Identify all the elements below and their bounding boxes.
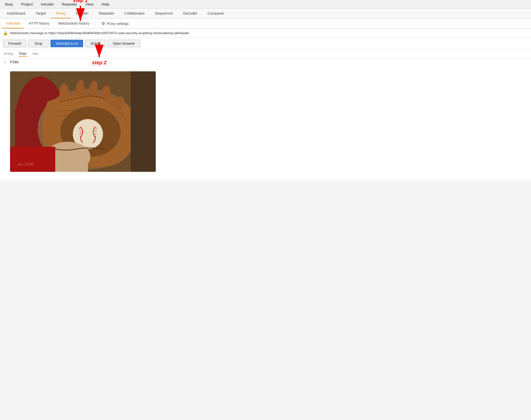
proxy-settings-label: Proxy settings: [107, 22, 129, 26]
sub-tabs: Intercept HTTP history WebSockets histor…: [0, 19, 531, 29]
tab-sequencer[interactable]: Sequencer: [150, 9, 178, 18]
svg-line-11: [79, 131, 81, 131]
lock-icon: 🔒: [3, 31, 8, 35]
svg-rect-20: [131, 71, 156, 172]
svg-text:ALL STAR: ALL STAR: [17, 162, 34, 166]
format-tab-hex[interactable]: Hex: [31, 51, 40, 56]
image-area: ALL STAR: [0, 66, 531, 177]
action-button[interactable]: Action: [85, 40, 105, 47]
menu-bar: Burp Project Intruder Repeater View Help: [0, 0, 531, 9]
menu-repeater[interactable]: Repeater: [61, 2, 78, 7]
tab-proxy[interactable]: Proxy: [51, 9, 71, 18]
menu-burp[interactable]: Burp: [4, 2, 14, 7]
line-content-1: PING: [9, 60, 19, 64]
subtab-proxy-settings[interactable]: ⚙ Proxy settings: [97, 19, 133, 28]
svg-rect-21: [10, 147, 55, 172]
svg-rect-19: [50, 147, 88, 172]
subtab-intercept[interactable]: Intercept: [2, 19, 24, 28]
tab-intruder[interactable]: Intruder: [71, 9, 94, 18]
baseball-glove-svg: ALL STAR: [10, 71, 156, 172]
open-browser-button[interactable]: Open browser: [108, 40, 140, 47]
line-number-1: 1: [0, 60, 9, 64]
format-tab-pretty[interactable]: Pretty: [3, 51, 14, 56]
drop-button[interactable]: Drop: [28, 40, 48, 47]
format-tabs: Pretty Raw Hex: [0, 49, 531, 58]
baseball-image: ALL STAR: [10, 71, 156, 172]
ws-message-text: WebSockets message to https://0aa4009b04…: [10, 31, 189, 35]
svg-line-12: [79, 134, 81, 134]
tab-dashboard[interactable]: Dashboard: [2, 9, 30, 18]
tab-collaborator[interactable]: Collaborator: [119, 9, 150, 18]
content-area: 🔒 WebSockets message to https://0aa4009b…: [0, 29, 531, 179]
tab-decoder[interactable]: Decoder: [178, 9, 202, 18]
main-tabs: Dashboard Target Proxy Intruder Repeater…: [0, 9, 531, 19]
intercept-toggle-button[interactable]: Intercept is on: [50, 40, 83, 47]
subtab-websockets-history[interactable]: WebSockets history: [54, 19, 93, 28]
sub-tab-divider: [95, 21, 95, 27]
menu-help[interactable]: Help: [100, 2, 110, 7]
menu-intruder[interactable]: Intruder: [40, 2, 55, 7]
tab-target[interactable]: Target: [30, 9, 51, 18]
subtab-http-history[interactable]: HTTP history: [25, 19, 53, 28]
tab-repeater[interactable]: Repeater: [94, 9, 119, 18]
code-area: 1 PING: [0, 58, 531, 66]
forward-button[interactable]: Forward: [3, 40, 26, 47]
websockets-message-bar: 🔒 WebSockets message to https://0aa4009b…: [0, 29, 531, 38]
action-buttons-row: Forward Drop Intercept is on Action Open…: [0, 38, 531, 49]
code-line-1: 1 PING: [0, 60, 531, 64]
menu-project[interactable]: Project: [20, 2, 34, 7]
svg-line-15: [95, 131, 96, 131]
tab-comparer[interactable]: Comparer: [202, 9, 229, 18]
gear-icon: ⚙: [101, 21, 105, 26]
menu-view[interactable]: View: [84, 2, 94, 7]
svg-line-16: [95, 134, 96, 134]
format-tab-raw[interactable]: Raw: [18, 51, 27, 57]
